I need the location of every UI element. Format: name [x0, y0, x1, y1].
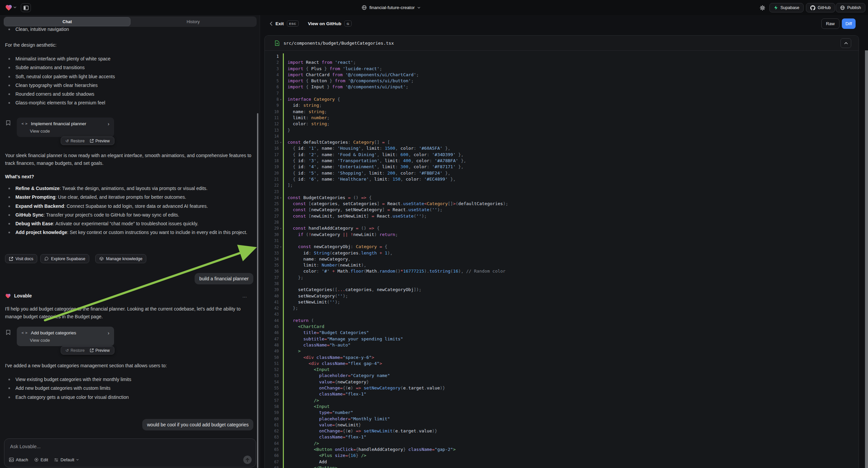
view-code-link[interactable]: View code — [30, 338, 110, 343]
chat-scrollbar[interactable] — [257, 113, 258, 468]
code-line[interactable]: 40 setNewCategory(''); — [265, 293, 859, 299]
code-line[interactable]: 30 if (!newCategory || !newLimit) return… — [265, 232, 859, 238]
code-line[interactable]: 4import ChartCard from '@/components/ui/… — [265, 72, 859, 78]
code-line[interactable]: 54 value={newCategory} — [265, 379, 859, 385]
code-line[interactable]: 5import { Button } from '@/components/ui… — [265, 78, 859, 84]
code-line[interactable]: 60 placeholder="Monthly limit" — [265, 416, 859, 422]
diff-toggle-button[interactable]: Diff — [842, 19, 856, 29]
code-line[interactable]: 67 Add — [265, 459, 859, 465]
code-line[interactable]: 17 { id: '2', name: 'Food & Dining', lim… — [265, 152, 859, 158]
code-line[interactable]: 51 <div className="flex gap-4"> — [265, 360, 859, 367]
code-line[interactable]: 20 { id: '5', name: 'Shopping', limit: 2… — [265, 170, 859, 176]
prompt-composer[interactable]: Ask Lovable... Attach Edit — [4, 438, 256, 467]
code-line[interactable]: 44 return ( — [265, 318, 859, 324]
fold-chevron-icon[interactable]: ▾ — [279, 96, 283, 103]
code-line[interactable]: 66 <Plus size={16} /> — [265, 452, 859, 459]
version-card-add-budget-categories[interactable]: < > Add budget categories › View code — [17, 327, 114, 346]
code-line[interactable]: 34 name: newCategory, — [265, 256, 859, 262]
code-line[interactable]: 6import { Input } from '@/components/ui/… — [265, 84, 859, 90]
explore-supabase-button[interactable]: Explore Supabase — [40, 254, 89, 263]
code-line[interactable]: 45 <ChartCard — [265, 324, 859, 330]
code-line[interactable]: 18 { id: '3', name: 'Transportation', li… — [265, 158, 859, 164]
bookmark-icon[interactable] — [6, 330, 10, 335]
code-line[interactable]: 53 placeholder="Category name" — [265, 373, 859, 379]
view-code-link[interactable]: View code — [30, 128, 110, 134]
code-line[interactable]: 16 { id: '1', name: 'Housing', limit: 15… — [265, 145, 859, 151]
code-panel-scrollbar[interactable] — [865, 50, 868, 468]
code-line[interactable]: 11 limit: number; — [265, 115, 859, 121]
code-line[interactable]: 1 — [265, 53, 859, 59]
code-line[interactable]: 9 id: string; — [265, 103, 859, 109]
code-line[interactable]: 36 color: '#' + Math.floor(Math.random()… — [265, 268, 859, 274]
code-line[interactable]: 24▾const BudgetCategories = () => { — [265, 195, 859, 201]
code-line[interactable]: 33 id: String(categories.length + 1), — [265, 250, 859, 256]
code-line[interactable]: 63 className="flex-1" — [265, 434, 859, 440]
code-line[interactable]: 19 { id: '4', name: 'Entertainment', lim… — [265, 164, 859, 170]
code-line[interactable]: 68 </Button> — [265, 465, 859, 468]
code-line[interactable]: 38 — [265, 281, 859, 287]
code-line[interactable]: 26 const [newCategory, setNewCategory] =… — [265, 207, 859, 213]
publish-button[interactable]: Publish — [836, 3, 865, 12]
edit-mode-button[interactable]: Edit — [34, 457, 48, 462]
code-line[interactable]: 55 onChange={(e) => setNewCategory(e.tar… — [265, 385, 859, 391]
settings-button[interactable] — [758, 3, 767, 12]
code-line[interactable]: 58 <Input — [265, 404, 859, 410]
code-editor[interactable]: 12import React from 'react';3import { Pl… — [265, 51, 859, 468]
brand-chevron-down-icon[interactable] — [13, 6, 17, 8]
code-line[interactable]: 28 — [265, 219, 859, 225]
file-header[interactable]: src/components/budget/BudgetCategories.t… — [265, 36, 859, 51]
code-line[interactable]: 52 <Input — [265, 367, 859, 373]
code-line[interactable]: 49 > — [265, 348, 859, 354]
code-line[interactable]: 7 — [265, 90, 859, 96]
code-line[interactable]: 25 const [categories, setCategories] = R… — [265, 201, 859, 207]
code-line[interactable]: 32▾ const newCategoryObj: Category = { — [265, 244, 859, 250]
chevron-left-icon[interactable] — [270, 22, 273, 26]
code-line[interactable]: 62 onChange={(e) => setNewLimit(e.target… — [265, 428, 859, 434]
code-line[interactable]: 8▾interface Category { — [265, 96, 859, 103]
preview-button[interactable]: Preview — [90, 139, 110, 143]
code-line[interactable]: 14 — [265, 133, 859, 139]
code-line[interactable]: 64 /> — [265, 440, 859, 446]
restore-button[interactable]: ↺ Restore — [65, 139, 85, 143]
code-line[interactable]: 41 setNewLimit(''); — [265, 299, 859, 305]
fold-chevron-icon[interactable]: ▾ — [279, 244, 283, 250]
project-switcher[interactable]: financial-future-creator — [362, 0, 421, 15]
code-line[interactable]: 35 limit: Number(newLimit), — [265, 262, 859, 268]
collapse-file-button[interactable] — [840, 38, 851, 48]
code-line[interactable]: 15▾const defaultCategories: Category[] =… — [265, 139, 859, 145]
manage-knowledge-button[interactable]: Manage knowledge — [95, 254, 146, 263]
code-line[interactable]: 13} — [265, 127, 859, 133]
code-line[interactable]: 43 — [265, 311, 859, 317]
exit-button[interactable]: Exit — [276, 21, 284, 26]
code-line[interactable]: 47 subtitle="Manage your spending limits… — [265, 336, 859, 342]
code-line[interactable]: 12 color: string; — [265, 121, 859, 127]
code-line[interactable]: 42 }; — [265, 305, 859, 311]
code-line[interactable]: 27 const [newLimit, setNewLimit] = React… — [265, 213, 859, 219]
code-line[interactable]: 61 value={newLimit} — [265, 422, 859, 428]
send-button[interactable] — [243, 456, 252, 464]
code-line[interactable]: 57 /> — [265, 398, 859, 404]
version-card-implement-financial-planner[interactable]: < > Implement financial planner › View c… — [17, 117, 114, 137]
code-line[interactable]: 65 <Button onClick={handleAddCategory} c… — [265, 446, 859, 452]
lovable-logo-icon[interactable] — [5, 4, 12, 11]
composer-placeholder[interactable]: Ask Lovable... — [10, 444, 40, 449]
attach-button[interactable]: Attach — [9, 457, 28, 462]
code-line[interactable]: 46 title="Budget Categories" — [265, 330, 859, 336]
code-line[interactable]: 37 }; — [265, 274, 859, 281]
fold-chevron-icon[interactable]: ▾ — [279, 139, 283, 145]
code-line[interactable]: 48 className="h-auto" — [265, 342, 859, 348]
supabase-button[interactable]: Supabase — [769, 3, 804, 12]
code-line[interactable]: 21 { id: '6', name: 'Healthcare', limit:… — [265, 176, 859, 182]
preview-button[interactable]: Preview — [90, 348, 110, 353]
code-line[interactable]: 29▾ const handleAddCategory = () => { — [265, 225, 859, 231]
code-line[interactable]: 3import { Plus } from 'lucide-react'; — [265, 66, 859, 72]
code-line[interactable]: 59 type="number" — [265, 410, 859, 416]
code-line[interactable]: 56 className="flex-1" — [265, 391, 859, 397]
code-line[interactable]: 50 <div className="space-y-6"> — [265, 354, 859, 360]
github-button[interactable]: GitHub — [806, 3, 835, 12]
fold-chevron-icon[interactable]: ▾ — [279, 225, 283, 231]
toggle-sidebar-button[interactable] — [21, 3, 31, 12]
fold-chevron-icon[interactable]: ▾ — [279, 195, 283, 201]
code-line[interactable]: 31 — [265, 238, 859, 244]
restore-button[interactable]: ↺ Restore — [65, 348, 85, 353]
